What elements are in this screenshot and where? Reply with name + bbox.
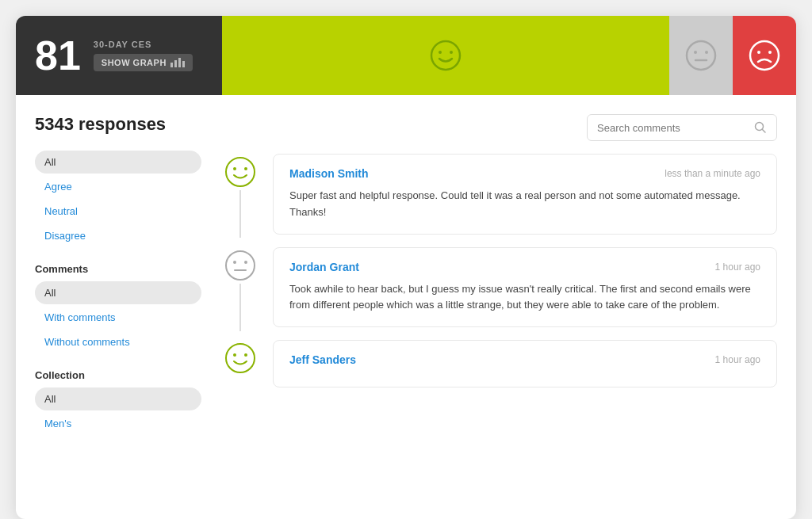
comment-card-1: Madison Smith less than a minute ago Sup… [273,154,777,235]
happy-face-icon [430,40,462,71]
neutral-face-icon [685,40,717,71]
show-graph-label: SHOW GRAPH [102,58,167,67]
search-box [587,114,777,141]
svg-point-14 [244,167,247,170]
card-header-2: Jordan Grant 1 hour ago [289,261,760,273]
sidebar: 5343 responses All Agree Neutral Disagre… [35,114,201,451]
card-header-1: Madison Smith less than a minute ago [289,167,760,180]
card-header-3: Jeff Sanders 1 hour ago [289,353,760,366]
filter-disagree[interactable]: Disagree [35,224,201,247]
timeline-line-2 [239,284,241,331]
header-bar: 81 30-DAY CES SHOW GRAPH [16,16,796,95]
filter-group-sentiment: All Agree Neutral Disagree [35,151,201,247]
card-author-3: Jeff Sanders [289,353,356,366]
svg-point-17 [244,261,247,264]
search-area [220,114,777,141]
card-text-2: Took awhile to hear back, but I guess my… [289,281,760,315]
filter-neutral[interactable]: Neutral [35,200,201,223]
timeline-feed: Madison Smith less than a minute ago Sup… [220,154,777,400]
happy-face-icon-3 [224,342,256,374]
svg-point-19 [226,344,255,372]
search-input[interactable] [597,122,748,134]
timeline-icon-1 [222,154,259,190]
filter-all-collection[interactable]: All [35,387,201,410]
svg-point-5 [705,51,708,54]
timeline-left-3 [220,340,260,376]
svg-point-7 [750,41,779,70]
filter-group-comments: Comments All With comments Without comme… [35,263,201,353]
feed: Madison Smith less than a minute ago Sup… [220,114,777,451]
svg-point-2 [450,51,453,54]
responses-count: 5343 responses [35,114,201,135]
comment-card-2: Jordan Grant 1 hour ago Took awhile to h… [273,247,777,328]
main-container: 81 30-DAY CES SHOW GRAPH [16,16,796,519]
timeline-item: Madison Smith less than a minute ago Sup… [220,154,777,247]
ces-score: 81 [35,32,81,79]
timeline-left-1 [220,154,260,238]
neutral-sentiment-bar[interactable] [669,16,733,95]
svg-point-8 [757,51,760,54]
score-meta: 30-DAY CES SHOW GRAPH [94,40,193,71]
card-author-1: Madison Smith [289,167,369,180]
negative-sentiment-bar[interactable] [733,16,796,95]
filter-agree[interactable]: Agree [35,175,201,198]
happy-face-icon-1 [224,156,256,188]
svg-point-21 [244,353,247,357]
filter-group-collection: Collection All Men's [35,369,201,435]
filter-all-sentiment[interactable]: All [35,151,201,174]
svg-point-3 [687,41,715,70]
card-author-2: Jordan Grant [289,261,359,273]
sad-face-icon [749,40,780,71]
search-icon [754,121,767,134]
svg-point-12 [226,158,255,186]
filter-with-comments[interactable]: With comments [35,306,201,329]
svg-point-16 [233,261,236,264]
timeline-icon-2 [222,247,259,284]
card-time-3: 1 hour ago [715,354,760,365]
svg-point-15 [226,251,255,280]
card-text-1: Super fast and helpful response. Could t… [289,188,760,221]
happy-sentiment-bar[interactable] [222,16,669,95]
svg-point-4 [694,51,697,54]
filter-all-comments[interactable]: All [35,281,201,304]
score-label: 30-DAY CES [94,40,193,49]
timeline-icon-3 [222,340,259,376]
svg-point-20 [233,353,236,357]
svg-point-9 [768,51,772,54]
main-content: 5343 responses All Agree Neutral Disagre… [16,95,796,470]
timeline-line-1 [239,190,241,238]
svg-line-11 [763,130,766,133]
bar-chart-icon [170,58,185,67]
comments-group-label: Comments [35,263,201,275]
svg-point-1 [439,51,442,54]
timeline-left-2 [220,247,260,331]
collection-group-label: Collection [35,369,201,381]
filter-mens[interactable]: Men's [35,412,201,435]
card-time-1: less than a minute ago [665,168,760,179]
neutral-face-icon-2 [224,250,256,281]
comment-card-3: Jeff Sanders 1 hour ago [273,340,777,387]
svg-point-13 [233,167,236,170]
svg-point-0 [431,41,460,70]
timeline-item-3: Jeff Sanders 1 hour ago [220,340,777,400]
score-block: 81 30-DAY CES SHOW GRAPH [16,16,222,95]
show-graph-button[interactable]: SHOW GRAPH [94,54,193,71]
card-time-2: 1 hour ago [715,261,760,273]
timeline-item-2: Jordan Grant 1 hour ago Took awhile to h… [220,247,777,341]
filter-without-comments[interactable]: Without comments [35,330,201,353]
